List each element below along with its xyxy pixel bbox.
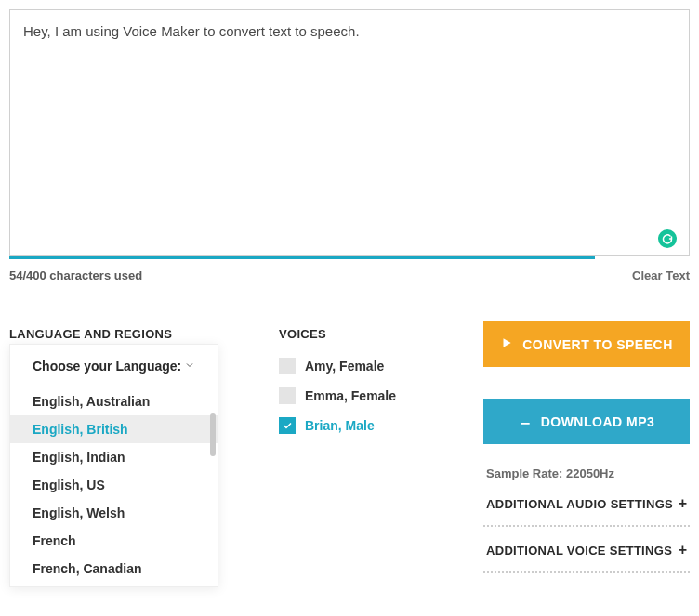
plus-icon: + (679, 542, 687, 558)
voice-settings-label: ADDITIONAL VOICE SETTINGS (486, 544, 672, 557)
sample-rate-text: Sample Rate: 22050Hz (486, 466, 690, 480)
voice-label: Brian, Male (305, 418, 375, 433)
convert-button-label: CONVERT TO SPEECH (522, 337, 673, 352)
language-option[interactable]: French, Canadian (10, 555, 218, 583)
plus-icon: + (679, 495, 687, 512)
voice-option[interactable]: Emma, Female (279, 387, 483, 404)
character-counter: 54/400 characters used (9, 269, 142, 282)
checkbox-checked-icon (279, 417, 296, 434)
audio-settings-label: ADDITIONAL AUDIO SETTINGS (486, 497, 673, 511)
language-dropdown-header[interactable]: Choose your Language: (10, 345, 218, 387)
additional-audio-settings-toggle[interactable]: ADDITIONAL AUDIO SETTINGS + (483, 480, 690, 527)
chevron-down-icon (184, 358, 195, 374)
play-icon (500, 336, 513, 352)
convert-to-speech-button[interactable]: CONVERT TO SPEECH (483, 321, 690, 367)
language-option[interactable]: English, Welsh (10, 499, 218, 527)
grammarly-icon (658, 229, 677, 248)
download-button-label: DOWNLOAD MP3 (541, 414, 655, 429)
download-mp3-button[interactable]: DOWNLOAD MP3 (483, 399, 690, 444)
voice-option[interactable]: Brian, Male (279, 417, 483, 434)
language-dropdown[interactable]: Choose your Language: English, Australia… (9, 344, 218, 587)
voices-heading: VOICES (279, 327, 483, 341)
checkbox-icon (279, 387, 296, 404)
additional-voice-settings-toggle[interactable]: ADDITIONAL VOICE SETTINGS + (483, 527, 690, 573)
checkbox-icon (279, 358, 296, 374)
language-option[interactable]: English, British (10, 415, 218, 443)
language-option[interactable]: English, Australian (10, 387, 218, 415)
download-icon (519, 413, 532, 429)
language-dropdown-list: English, Australian English, British Eng… (10, 387, 218, 586)
language-dropdown-label: Choose your Language: (33, 359, 181, 374)
text-input[interactable] (9, 9, 690, 256)
scrollbar-thumb[interactable] (210, 413, 216, 456)
language-heading: LANGUAGE AND REGIONS (9, 327, 279, 341)
language-option[interactable]: French (10, 527, 218, 555)
voice-label: Emma, Female (305, 388, 396, 403)
voice-label: Amy, Female (305, 359, 384, 374)
clear-text-button[interactable]: Clear Text (632, 269, 690, 282)
voice-option[interactable]: Amy, Female (279, 358, 483, 374)
language-option[interactable]: English, US (10, 471, 218, 499)
language-option[interactable]: English, Indian (10, 443, 218, 471)
